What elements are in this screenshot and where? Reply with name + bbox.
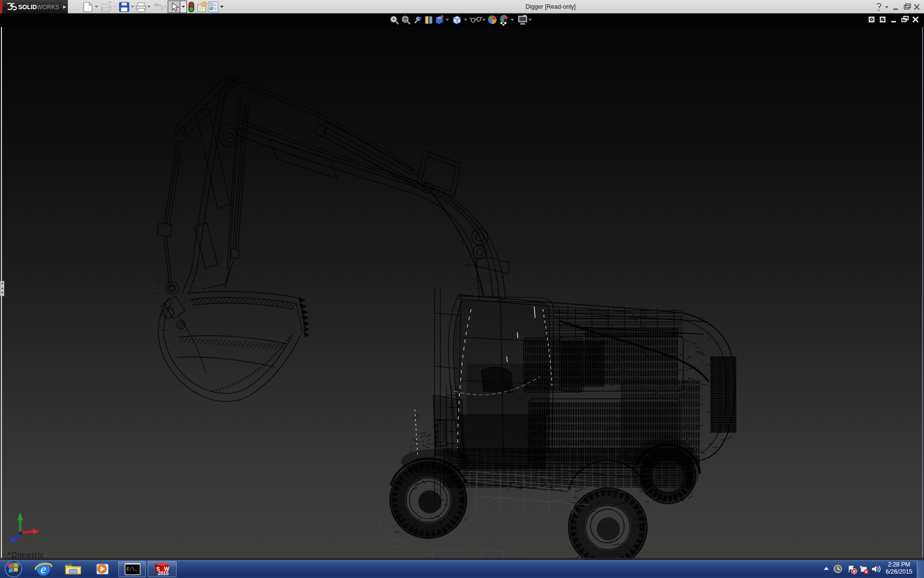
svg-text:2015: 2015 (158, 571, 169, 576)
svg-text:C:\_: C:\_ (127, 567, 137, 572)
